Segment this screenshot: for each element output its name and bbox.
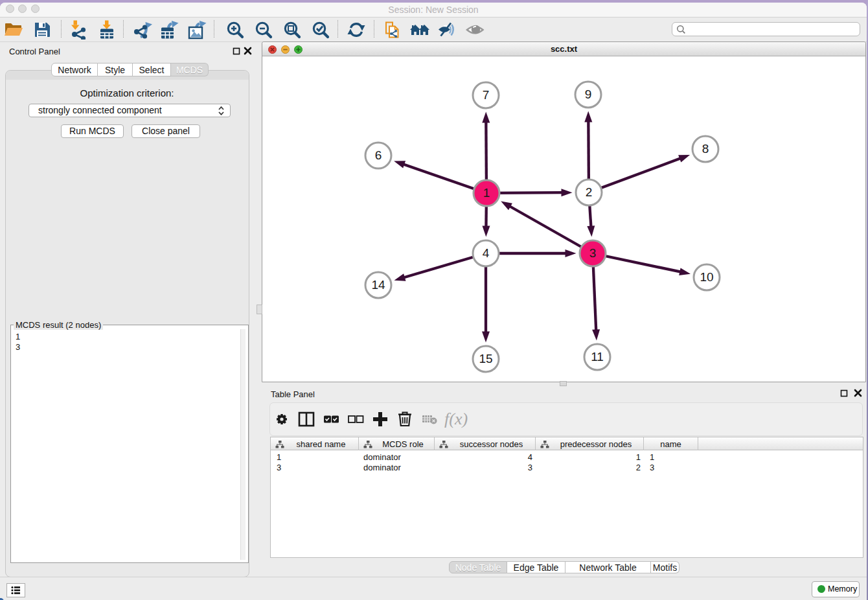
- svg-text:7: 7: [483, 88, 490, 102]
- svg-text:9: 9: [585, 87, 592, 101]
- svg-text:2: 2: [586, 185, 593, 199]
- svg-text:1: 1: [483, 186, 490, 200]
- svg-text:11: 11: [591, 350, 604, 363]
- svg-text:f(x): f(x): [444, 410, 468, 428]
- svg-text:10: 10: [700, 270, 713, 284]
- svg-text:15: 15: [479, 352, 492, 365]
- svg-text:3: 3: [589, 246, 597, 260]
- svg-text:6: 6: [375, 148, 382, 162]
- svg-text:8: 8: [702, 142, 709, 156]
- svg-text:4: 4: [483, 246, 490, 260]
- svg-text:14: 14: [371, 278, 385, 292]
